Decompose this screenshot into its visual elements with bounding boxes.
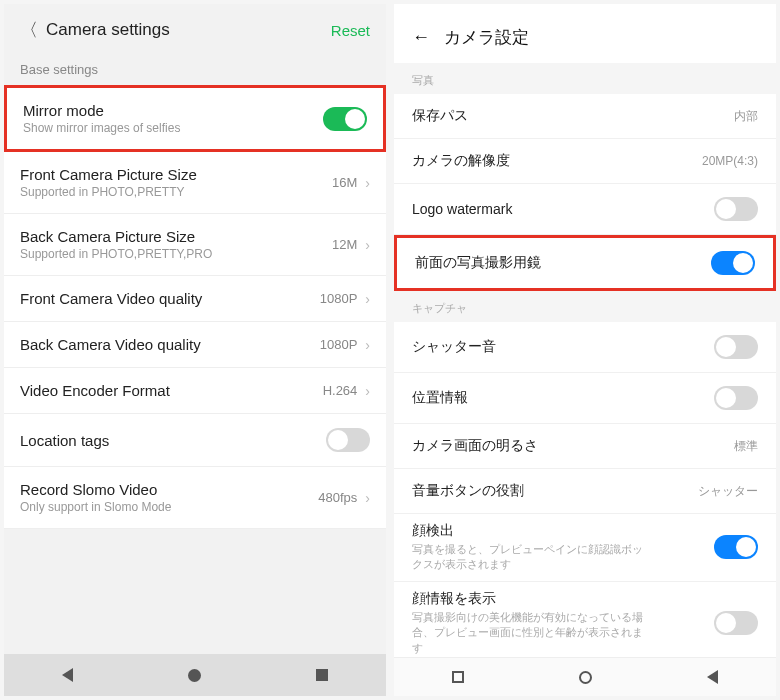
row-sub: 写真を撮ると、プレビューペインに顔認識ボックスが表示されます [412,542,652,573]
row-face-detect[interactable]: 顔検出 写真を撮ると、プレビューペインに顔認識ボックスが表示されます [394,514,776,582]
toggle-logo-watermark[interactable] [714,197,758,221]
chevron-right-icon: › [365,175,370,191]
row-title: Back Camera Video quality [20,336,320,353]
row-logo-watermark[interactable]: Logo watermark [394,184,776,235]
toggle-mirror-mode[interactable] [323,107,367,131]
row-title: 前面の写真撮影用鏡 [415,254,541,272]
row-title: Video Encoder Format [20,382,323,399]
page-title: カメラ設定 [444,26,529,49]
row-title: カメラの解像度 [412,152,510,170]
row-title: Back Camera Picture Size [20,228,332,245]
section-photo: 写真 [394,63,776,94]
row-title: Front Camera Video quality [20,290,320,307]
row-sub: Only support in Slomo Mode [20,500,318,514]
row-location[interactable]: 位置情報 [394,373,776,424]
nav-home-icon[interactable] [188,669,201,682]
nav-back-icon[interactable] [707,670,718,684]
row-title: 保存パス [412,107,468,125]
section-label: Base settings [4,52,386,85]
row-value: 12M [332,237,357,252]
row-value: 1080P [320,337,358,352]
toggle-face-info-display[interactable] [714,611,758,635]
row-front-mirror[interactable]: 前面の写真撮影用鏡 [394,235,776,291]
row-value: 16M [332,175,357,190]
row-value: H.264 [323,383,358,398]
row-volume-button[interactable]: 音量ボタンの役割 シャッター [394,469,776,514]
toggle-face-detect[interactable] [714,535,758,559]
row-value: 内部 [734,108,758,125]
row-shutter-sound[interactable]: シャッター音 [394,322,776,373]
row-record-slomo[interactable]: Record Slomo Video Only support in Slomo… [4,467,386,529]
row-title: Front Camera Picture Size [20,166,332,183]
reset-button[interactable]: Reset [331,22,370,39]
row-value: 1080P [320,291,358,306]
row-title: 顔情報を表示 [412,590,714,608]
chevron-right-icon: › [365,237,370,253]
row-title: Location tags [20,432,326,449]
row-sub: Supported in PHOTO,PRETTY,PRO [20,247,332,261]
header-left: 〈 Camera settings Reset [4,4,386,52]
toggle-location-tags[interactable] [326,428,370,452]
row-location-tags[interactable]: Location tags [4,414,386,467]
row-sub: Show mirror images of selfies [23,121,323,135]
phone-left: 〈 Camera settings Reset Base settings Mi… [4,4,386,696]
row-sub: Supported in PHOTO,PRETTY [20,185,332,199]
row-title: カメラ画面の明るさ [412,437,538,455]
chevron-right-icon: › [365,337,370,353]
nav-recent-icon[interactable] [452,671,464,683]
row-camera-resolution[interactable]: カメラの解像度 20MP(4:3) [394,139,776,184]
nav-home-icon[interactable] [579,671,592,684]
row-mirror-mode[interactable]: Mirror mode Show mirror images of selfie… [4,85,386,152]
header-right: ← カメラ設定 [394,4,776,63]
chevron-right-icon: › [365,291,370,307]
row-video-encoder[interactable]: Video Encoder Format H.264 › [4,368,386,414]
row-value: 標準 [734,438,758,455]
row-title: Logo watermark [412,201,512,217]
row-title: 位置情報 [412,389,468,407]
row-front-picture-size[interactable]: Front Camera Picture Size Supported in P… [4,152,386,214]
row-value: 20MP(4:3) [702,154,758,168]
page-title: Camera settings [46,20,170,40]
row-title: Mirror mode [23,102,323,119]
row-title: 顔検出 [412,522,714,540]
row-title: Record Slomo Video [20,481,318,498]
row-brightness[interactable]: カメラ画面の明るさ 標準 [394,424,776,469]
android-nav-bar [4,654,386,696]
chevron-right-icon: › [365,490,370,506]
row-sub: 写真撮影向けの美化機能が有効になっている場合、プレビュー画面に性別と年齢が表示さ… [412,610,652,656]
back-arrow-icon[interactable]: ← [412,27,430,48]
nav-recent-icon[interactable] [316,669,328,681]
toggle-front-mirror[interactable] [711,251,755,275]
row-value: シャッター [698,483,758,500]
phone-right: ← カメラ設定 写真 保存パス 内部 カメラの解像度 20MP(4:3) Log… [394,4,776,696]
section-capture: キャプチャ [394,291,776,322]
nav-back-icon[interactable] [62,668,73,682]
row-face-info-display[interactable]: 顔情報を表示 写真撮影向けの美化機能が有効になっている場合、プレビュー画面に性別… [394,582,776,657]
android-nav-bar [394,657,776,696]
chevron-right-icon: › [365,383,370,399]
toggle-shutter-sound[interactable] [714,335,758,359]
back-icon[interactable]: 〈 [20,18,38,42]
row-back-picture-size[interactable]: Back Camera Picture Size Supported in PH… [4,214,386,276]
toggle-location[interactable] [714,386,758,410]
row-back-video-quality[interactable]: Back Camera Video quality 1080P › [4,322,386,368]
row-save-path[interactable]: 保存パス 内部 [394,94,776,139]
row-front-video-quality[interactable]: Front Camera Video quality 1080P › [4,276,386,322]
row-title: シャッター音 [412,338,496,356]
row-title: 音量ボタンの役割 [412,482,524,500]
row-value: 480fps [318,490,357,505]
